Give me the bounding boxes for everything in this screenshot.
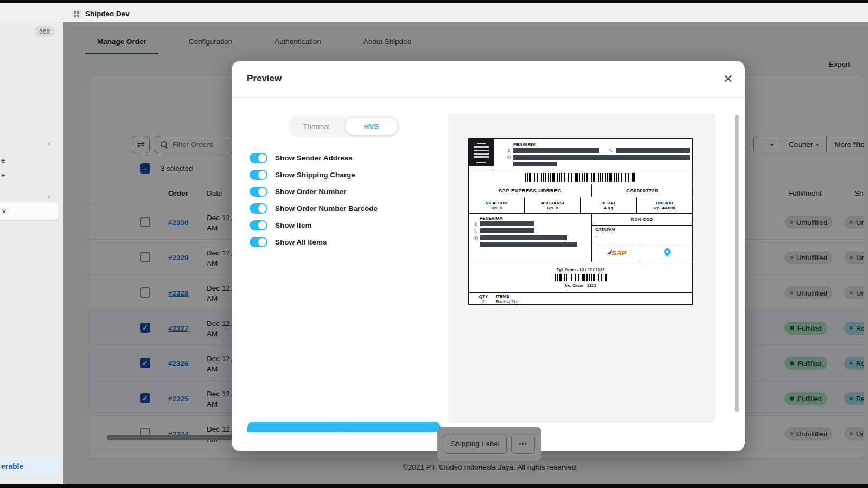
- qty-header: QTY: [476, 294, 490, 299]
- cost-cell: NILAI COD Rp. 0: [469, 197, 525, 213]
- cost-cell: BERAT 4 Kg: [581, 197, 637, 213]
- label-preview-panel: PENGIRIM SAP EXPRESS-UDRR: [448, 114, 715, 423]
- sidebar-item-fragment[interactable]: e: [1, 156, 5, 164]
- chevron-right-icon[interactable]: ›: [48, 191, 50, 201]
- toggle-label: Show Sender Address: [275, 154, 353, 162]
- catatan-title: CATATAN: [595, 227, 689, 232]
- toggle-switch-on[interactable]: [250, 237, 267, 247]
- penerima-block: PENERIMA: [469, 214, 592, 262]
- sender-phone-redacted: [616, 148, 690, 153]
- receiver-address2-redacted: [480, 242, 577, 247]
- penerima-title: PENERIMA: [480, 216, 502, 221]
- label-receiver-section: PENERIMA NON-COD: [469, 213, 692, 262]
- awb-number: CS00007720: [592, 184, 692, 197]
- shipping-label-button[interactable]: Shipping Label: [444, 434, 507, 454]
- app-icon: [72, 9, 81, 19]
- toggle-row: Show All Items: [250, 237, 378, 247]
- label-cost-row: NILAI COD Rp. 0 ASURANSI Rp. 0 BERAT 4 K…: [469, 197, 692, 213]
- phone-icon: [609, 148, 613, 152]
- qty-value: 2: [476, 299, 490, 304]
- sender-address-redacted: [513, 155, 690, 160]
- segment-hvs[interactable]: HVS: [345, 118, 398, 135]
- sidebar-bottom-item[interactable]: erable: [0, 458, 60, 476]
- more-actions-button[interactable]: •••: [511, 434, 535, 454]
- item-name: Barang 2kg: [496, 299, 518, 304]
- sidebar-item-fragment[interactable]: e: [1, 171, 5, 179]
- sap-logo-cell: SAP: [592, 243, 642, 262]
- toggle-switch-on[interactable]: [250, 170, 267, 180]
- sidebar-active-label: v: [2, 207, 6, 215]
- close-icon[interactable]: ×: [723, 68, 733, 89]
- label-service-row: SAP EXPRESS-UDRREG CS00007720: [469, 184, 692, 197]
- segment-thermal[interactable]: Thermal: [288, 115, 345, 137]
- sender-name-redacted: [513, 148, 599, 153]
- app-title: Shipdeo Dev: [85, 10, 130, 18]
- label-sender-section: PENGIRIM: [469, 139, 692, 170]
- chevron-right-icon[interactable]: ›: [48, 138, 50, 147]
- sidebar-bottom-label: erable: [1, 462, 23, 471]
- cost-cell: ONGKIR Rp. 44.000: [637, 197, 692, 213]
- sap-logo: SAP: [608, 249, 627, 257]
- toggle-label: Show Order Number Barcode: [275, 204, 378, 213]
- label-order-section: Tgl. Order - 12 / 12 / 2023 No. Order - …: [469, 262, 692, 292]
- pengirim-title: PENGIRIM: [513, 142, 536, 147]
- print-button-clip: Print: [247, 422, 441, 432]
- no-order-text: No. Order - 2325: [565, 283, 596, 288]
- modal-vertical-scrollbar[interactable]: [735, 115, 739, 412]
- toggle-label: Show Order Number: [275, 188, 346, 196]
- toggle-row: Show Sender Address: [250, 153, 378, 163]
- catatan-value: -: [595, 234, 689, 239]
- label-right-block: NON-COD CATATAN - SAP: [592, 214, 692, 262]
- letterbox-bottom: [0, 484, 868, 488]
- sidebar-active-item[interactable]: v: [0, 202, 59, 220]
- courier-logo-footer: [469, 166, 494, 170]
- modal-header: Preview ×: [232, 61, 745, 98]
- modal-title: Preview: [247, 73, 282, 84]
- phone-icon: [474, 229, 478, 233]
- bulk-actions-bar: Shipping Label •••: [437, 427, 541, 461]
- user-icon: [474, 222, 478, 226]
- items-header: ITEMS: [496, 294, 509, 299]
- address-icon: [474, 236, 478, 240]
- shipping-label-document: PENGIRIM SAP EXPRESS-UDRR: [468, 138, 693, 305]
- toggle-switch-on[interactable]: [250, 203, 267, 214]
- toggle-switch-on[interactable]: [250, 153, 267, 163]
- courier-service-name: SAP EXPRESS-UDRREG: [469, 184, 592, 197]
- awb-barcode: [525, 173, 636, 182]
- print-button[interactable]: Print: [247, 422, 441, 432]
- toggle-switch-on[interactable]: [250, 187, 267, 197]
- toggle-row: Show Shipping Charge: [250, 170, 378, 180]
- toggle-label: Show Item: [275, 221, 312, 229]
- toggle-list: Show Sender Address Show Shipping Charge…: [250, 153, 378, 247]
- sidebar-count-badge: 666: [34, 26, 55, 37]
- receiver-name-redacted: [480, 221, 534, 226]
- screen: Shipdeo Dev 666 › e e › v erable Manage …: [0, 0, 868, 488]
- topbar: Shipdeo Dev: [0, 3, 868, 22]
- address-icon: [507, 155, 511, 159]
- toggle-switch-on[interactable]: [250, 220, 267, 230]
- toggle-row: Show Order Number Barcode: [250, 203, 378, 214]
- location-pin-icon: [664, 248, 671, 257]
- receiver-address-redacted: [480, 235, 567, 240]
- receiver-phone-redacted: [480, 228, 534, 233]
- toggle-row: Show Item: [250, 220, 378, 230]
- letterbox-top: [0, 0, 868, 3]
- preview-modal: Preview × Thermal HVS Show Sender Addres…: [232, 61, 745, 451]
- paper-type-segmented-control: Thermal HVS: [288, 115, 400, 137]
- pin-cell: [642, 243, 692, 262]
- toggle-label: Show Shipping Charge: [275, 171, 355, 179]
- label-logo-row: SAP: [592, 243, 692, 262]
- courier-logo-block: [469, 139, 494, 166]
- toggle-label: Show All Items: [275, 238, 327, 246]
- sender-address2-redacted: [513, 162, 557, 166]
- label-awb-barcode-row: [469, 170, 692, 184]
- label-items-section: QTY ITEMS 2 Barang 2kg: [469, 292, 692, 305]
- tgl-order-text: Tgl. Order - 12 / 12 / 2023: [557, 267, 604, 272]
- cost-cell: ASURANSI Rp. 0: [525, 197, 580, 213]
- catatan-block: CATATAN -: [592, 226, 692, 243]
- order-number-barcode: [555, 274, 607, 281]
- noncod-label: NON-COD: [592, 214, 692, 226]
- toggle-row: Show Order Number: [250, 187, 378, 197]
- sidebar: 666 › e e › v erable: [0, 3, 63, 484]
- user-icon: [507, 148, 511, 152]
